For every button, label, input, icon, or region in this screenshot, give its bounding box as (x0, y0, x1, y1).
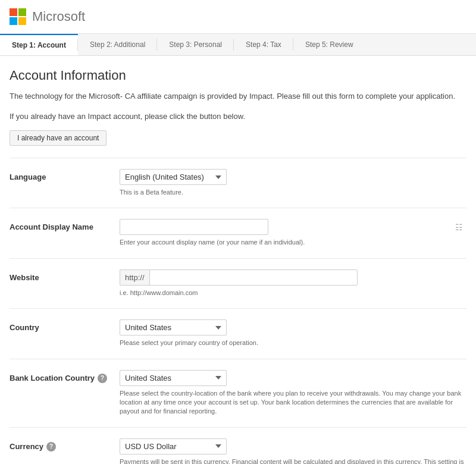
website-input[interactable] (149, 269, 358, 286)
currency-hint: Payments will be sent in this currency. … (120, 457, 466, 464)
bank-location-country-label: Bank Location Country ? (10, 370, 120, 383)
step-1[interactable]: Step 1: Account (0, 34, 78, 55)
ms-logo-green (18, 8, 26, 16)
display-name-icon: ☷ (455, 222, 463, 232)
website-field: http:// i.e. http://www.domain.com (120, 269, 466, 297)
language-row: Language English (United States) French … (10, 158, 466, 208)
step-2[interactable]: Step 2: Additional (78, 35, 157, 55)
currency-help-icon[interactable]: ? (46, 442, 56, 452)
header: Microsoft (0, 0, 476, 34)
ms-logo-blue (10, 17, 17, 25)
form-section: Language English (United States) French … (10, 158, 466, 464)
currency-label: Currency ? (10, 438, 120, 452)
bank-location-country-row: Bank Location Country ? United States Ca… (10, 359, 466, 428)
main-content: Account Information The technology for t… (0, 56, 476, 464)
currency-select[interactable]: USD US Dollar CAD Canadian Dollar EUR Eu… (120, 438, 227, 454)
intro-text-line2: If you already have an Impact account, p… (10, 111, 466, 123)
steps-bar: Step 1: Account Step 2: Additional Step … (0, 34, 476, 56)
step-3[interactable]: Step 3: Personal (157, 35, 234, 55)
language-select[interactable]: English (United States) French German Sp… (120, 169, 227, 185)
language-hint: This is a Beta feature. (120, 188, 466, 197)
website-group: http:// (120, 269, 466, 286)
ms-logo-yellow (18, 17, 26, 25)
ms-logo-red (10, 8, 17, 16)
account-display-name-input[interactable] (120, 219, 268, 235)
account-display-name-field: ☷ Enter your account display name (or yo… (120, 219, 466, 247)
account-display-name-label: Account Display Name (10, 219, 120, 231)
country-hint: Please select your primary country of op… (120, 338, 466, 347)
website-prefix: http:// (120, 269, 149, 286)
language-label: Language (10, 169, 120, 181)
already-account-button[interactable]: I already have an account (10, 130, 107, 146)
website-hint: i.e. http://www.domain.com (120, 289, 466, 297)
bank-location-country-field: United States Canada United Kingdom Aust… (120, 370, 466, 416)
bank-location-help-icon[interactable]: ? (98, 374, 107, 383)
step-5[interactable]: Step 5: Review (293, 35, 365, 55)
currency-row: Currency ? USD US Dollar CAD Canadian Do… (10, 428, 466, 464)
ms-logo-grid (10, 8, 26, 25)
country-select[interactable]: United States Canada United Kingdom Aust… (120, 319, 227, 336)
account-display-name-row: Account Display Name ☷ Enter your accoun… (10, 208, 466, 258)
country-label: Country (10, 319, 120, 332)
bank-location-country-select[interactable]: United States Canada United Kingdom Aust… (120, 370, 227, 386)
bank-location-country-hint: Please select the country-location of th… (120, 389, 466, 416)
microsoft-name: Microsoft (32, 9, 85, 24)
website-label: Website (10, 269, 120, 282)
country-field: United States Canada United Kingdom Aust… (120, 319, 466, 347)
country-row: Country United States Canada United King… (10, 309, 466, 359)
language-field: English (United States) French German Sp… (120, 169, 466, 197)
microsoft-logo: Microsoft (10, 8, 85, 25)
currency-field: USD US Dollar CAD Canadian Dollar EUR Eu… (120, 438, 466, 464)
page-title: Account Information (10, 68, 466, 83)
step-4[interactable]: Step 4: Tax (234, 35, 293, 55)
website-row: Website http:// i.e. http://www.domain.c… (10, 259, 466, 309)
display-name-wrapper: ☷ (120, 219, 466, 235)
account-display-name-hint: Enter your account display name (or your… (120, 238, 466, 247)
intro-text-line1: The technology for the Microsoft- CA aff… (10, 90, 466, 102)
